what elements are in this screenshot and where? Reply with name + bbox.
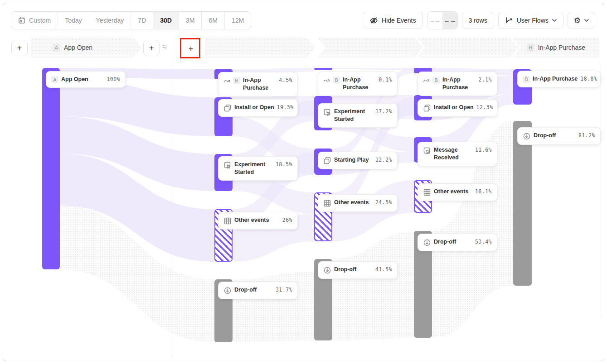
drop-off-icon	[223, 287, 232, 295]
rows-button[interactable]: 3 rows	[462, 12, 494, 29]
node-card-in-app-purchase[interactable]: B In-App Purchase 4.5%	[218, 72, 298, 96]
wave-arrow-icon	[223, 77, 230, 84]
range-yesterday[interactable]: Yesterday	[89, 12, 131, 29]
node-label: Drop-off	[334, 266, 356, 273]
node-percent: 81.2%	[578, 132, 595, 139]
copy-icon	[423, 104, 431, 112]
node-percent: 12.3%	[476, 104, 493, 110]
add-step-before-button[interactable]: +	[11, 40, 28, 56]
range-custom[interactable]: Custom	[11, 12, 58, 29]
drop-off-icon	[423, 239, 431, 247]
node-percent: 26%	[282, 216, 292, 223]
flows-chart-icon	[505, 16, 513, 24]
node-percent: 0.1%	[379, 76, 392, 83]
grid-icon	[423, 188, 431, 196]
node-card-install-or-open[interactable]: Install or Open 19.3%	[218, 99, 298, 117]
bar-drop-off[interactable]	[513, 121, 532, 286]
node-percent: 41.5%	[375, 266, 392, 273]
node-card-other-events[interactable]: Other events 26%	[218, 212, 298, 230]
range-6m[interactable]: 6M	[202, 12, 224, 29]
date-range-picker: Custom Today Yesterday 7D 30D 3M 6M 12M	[11, 11, 251, 29]
range-3m[interactable]: 3M	[179, 12, 202, 29]
eye-off-icon	[369, 16, 378, 25]
step-a-badge: A	[51, 76, 58, 83]
cursor-click-icon	[323, 108, 331, 116]
collapse-columns-button[interactable]: →←	[427, 12, 442, 29]
node-card-in-app-purchase[interactable]: B In-App Purchase 2.1%	[418, 72, 497, 96]
node-percent: 100%	[107, 76, 120, 82]
step-header-empty-3[interactable]	[418, 38, 518, 57]
node-label: In-App Purchase	[343, 76, 376, 91]
node-percent: 18.5%	[276, 161, 292, 168]
node-percent: 17.2%	[375, 108, 392, 115]
step-header-app-open[interactable]: A App Open	[31, 38, 141, 57]
expand-columns-button[interactable]: ←→	[442, 12, 457, 29]
node-card-message-received[interactable]: Message Received 11.6%	[418, 142, 497, 166]
node-label: Message Received	[434, 146, 472, 162]
grid-icon	[223, 217, 232, 225]
view-selector-button[interactable]: User Flows	[498, 12, 563, 29]
range-label: Custom	[29, 17, 51, 24]
step-b-badge: B	[233, 77, 240, 84]
node-percent: 19.3%	[277, 104, 294, 110]
step-header-in-app-purchase[interactable]: B In-App Purchase	[513, 38, 599, 57]
spacing-toggle: →← ←→	[427, 11, 458, 29]
wave-arrow-icon	[423, 77, 430, 84]
gear-icon: ⚙	[574, 17, 581, 24]
node-label: Drop-off	[534, 132, 556, 139]
range-30d-active[interactable]: 30D	[153, 12, 179, 29]
step-b-label: In-App Purchase	[538, 44, 585, 51]
node-card-experiment-started[interactable]: Experiment Started 18.5%	[218, 156, 298, 181]
node-card-drop-off[interactable]: Drop-off 53.4%	[418, 234, 497, 251]
step-b-badge: B	[527, 44, 534, 52]
cursor-click-icon	[223, 161, 232, 169]
step-header-empty-1[interactable]	[205, 38, 315, 57]
node-card-experiment-started[interactable]: Experiment Started 17.2%	[318, 103, 398, 128]
node-label: Starting Play	[334, 156, 369, 164]
node-label: Install or Open	[234, 104, 274, 111]
node-label: In-App Purchase	[533, 75, 578, 83]
step-b-badge: B	[333, 77, 340, 84]
drop-off-icon	[523, 132, 531, 140]
node-percent: 53.4%	[475, 238, 492, 245]
node-card-drop-off[interactable]: Drop-off 31.7%	[218, 282, 298, 299]
step-b-badge: B	[523, 76, 530, 83]
node-label: Other events	[434, 188, 468, 196]
node-card-app-open[interactable]: A App Open 100%	[46, 71, 126, 88]
settings-button[interactable]: ⚙	[568, 12, 595, 29]
node-card-in-app-purchase[interactable]: B In-App Purchase 18.8%	[517, 71, 601, 87]
hide-events-button[interactable]: Hide Events	[363, 12, 422, 29]
node-card-other-events[interactable]: Other events 24.5%	[318, 194, 398, 212]
bar-in-app-purchase[interactable]	[314, 68, 332, 70]
copy-icon	[323, 157, 331, 165]
step-header-empty-2[interactable]	[318, 38, 423, 57]
node-card-other-events[interactable]: Other events 16.1%	[418, 183, 497, 201]
node-percent: 18.8%	[580, 75, 597, 82]
add-step-after-a-button[interactable]: +	[143, 40, 160, 56]
node-percent: 24.5%	[375, 199, 392, 206]
step-b-badge: B	[432, 77, 440, 84]
chevron-down-icon	[552, 19, 557, 22]
node-label: Other events	[234, 216, 269, 224]
hide-events-label: Hide Events	[382, 17, 416, 24]
node-card-starting-play[interactable]: Starting Play 12.2%	[318, 152, 398, 169]
node-card-drop-off[interactable]: Drop-off 41.5%	[318, 261, 398, 279]
bar-app-open[interactable]	[42, 68, 60, 269]
range-12m[interactable]: 12M	[225, 12, 251, 29]
rows-label: 3 rows	[469, 17, 487, 24]
drop-off-icon	[323, 266, 331, 274]
node-card-install-or-open[interactable]: Install or Open 12.3%	[418, 99, 497, 117]
copy-icon	[223, 104, 232, 112]
range-7d[interactable]: 7D	[131, 12, 153, 29]
wave-arrow-icon	[323, 77, 330, 84]
node-card-drop-off[interactable]: Drop-off 81.2%	[517, 127, 601, 145]
node-label: Other events	[334, 199, 369, 206]
node-label: Drop-off	[234, 286, 257, 294]
node-card-in-app-purchase[interactable]: B In-App Purchase 0.1%	[318, 72, 398, 96]
chevron-down-icon	[584, 19, 589, 22]
toolbar-right: Hide Events →← ←→ 3 rows User Flows ⚙	[363, 11, 595, 29]
node-percent: 31.7%	[276, 286, 292, 293]
range-today[interactable]: Today	[58, 12, 89, 29]
node-label: Experiment Started	[234, 161, 273, 176]
node-percent: 11.6%	[475, 146, 492, 153]
